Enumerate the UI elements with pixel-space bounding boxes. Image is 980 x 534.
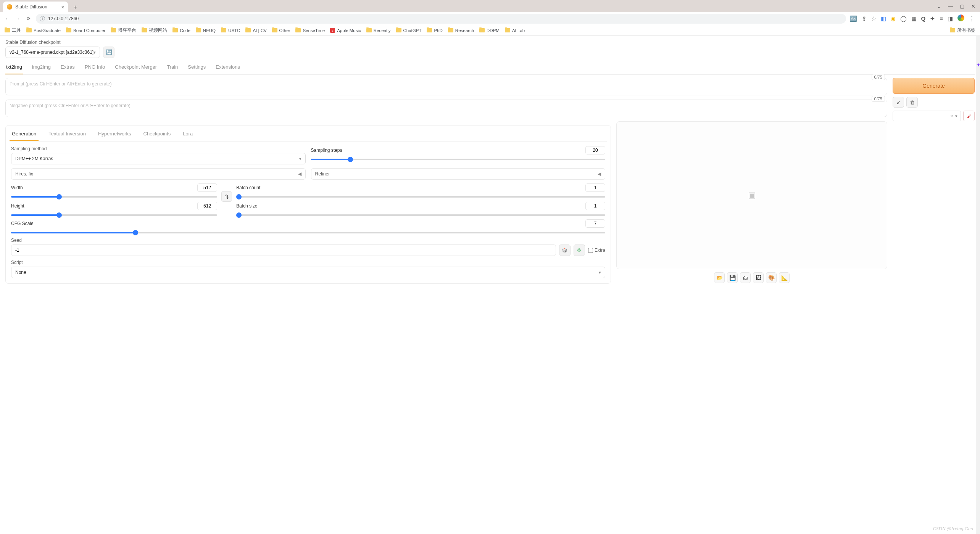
checkpoint-select[interactable]: v2-1_768-ema-pruned.ckpt [ad2a33c361] ▾ bbox=[5, 47, 100, 58]
sampling-steps-value[interactable] bbox=[585, 146, 605, 154]
reload-icon[interactable]: ⟳ bbox=[25, 16, 32, 21]
cfg-value[interactable] bbox=[585, 219, 605, 228]
extra-networks-icon[interactable]: ✦ bbox=[976, 62, 980, 68]
side-panel-icon[interactable]: ◨ bbox=[948, 15, 953, 22]
browser-tab[interactable]: Stable Diffusion × bbox=[3, 2, 68, 12]
share-icon[interactable]: ⇪ bbox=[862, 15, 867, 22]
subtab-hypernetworks[interactable]: Hypernetworks bbox=[96, 129, 134, 141]
subtab-generation[interactable]: Generation bbox=[10, 129, 39, 141]
prompt-input[interactable] bbox=[5, 78, 887, 95]
profile-icon[interactable] bbox=[957, 14, 964, 23]
extensions-icon[interactable]: ✦ bbox=[930, 15, 935, 22]
main-tab-txt2img[interactable]: txt2img bbox=[5, 62, 23, 74]
height-slider[interactable] bbox=[11, 214, 217, 216]
subtab-textual-inversion[interactable]: Textual Inversion bbox=[46, 129, 88, 141]
batch-size-value[interactable] bbox=[585, 202, 605, 210]
bookmark-item[interactable]: DDPM bbox=[479, 28, 500, 33]
generate-button[interactable]: Generate bbox=[893, 78, 975, 94]
zip-button[interactable]: 🗂 bbox=[740, 272, 751, 283]
bookmark-item[interactable]: NEUQ bbox=[196, 28, 216, 33]
ext3-icon[interactable]: ◯ bbox=[900, 15, 907, 22]
bookmark-item[interactable]: ♪Apple Music bbox=[330, 28, 361, 33]
send-to-inpaint-button[interactable]: 🎨 bbox=[766, 272, 777, 283]
main-tab-extras[interactable]: Extras bbox=[60, 62, 76, 74]
bookmark-item[interactable]: Code bbox=[172, 28, 190, 33]
close-window-icon[interactable]: ✕ bbox=[971, 3, 975, 9]
ext2-icon[interactable]: ◉ bbox=[891, 15, 896, 22]
seed-reuse-button[interactable]: ♻ bbox=[574, 244, 585, 256]
bookmark-item[interactable]: Other bbox=[272, 28, 290, 33]
close-icon[interactable]: × bbox=[61, 4, 64, 10]
swap-dimensions-button[interactable]: ⇅ bbox=[221, 191, 232, 202]
sampling-method-select[interactable]: DPM++ 2M Karras ▾ bbox=[11, 153, 306, 164]
batch-count-slider[interactable] bbox=[236, 196, 605, 198]
ext4-icon[interactable]: ▦ bbox=[911, 15, 917, 22]
subtab-checkpoints[interactable]: Checkpoints bbox=[141, 129, 173, 141]
ext5-icon[interactable]: Q bbox=[921, 15, 926, 22]
info-icon[interactable]: i bbox=[40, 16, 45, 21]
apply-style-button[interactable]: 🖌 bbox=[963, 111, 975, 121]
bookmark-item[interactable]: 博客平台 bbox=[111, 27, 136, 33]
folder-icon bbox=[26, 28, 32, 32]
clear-icon[interactable]: × bbox=[951, 114, 953, 118]
cfg-slider[interactable] bbox=[11, 232, 605, 233]
width-slider[interactable] bbox=[11, 196, 217, 198]
bookmark-item[interactable]: Recently bbox=[366, 28, 391, 33]
seed-random-button[interactable]: 🎲 bbox=[559, 244, 571, 256]
address-bar[interactable]: i 127.0.0.1:7860 bbox=[36, 14, 846, 24]
main-tab-png-info[interactable]: PNG Info bbox=[84, 62, 106, 74]
main-tab-train[interactable]: Train bbox=[166, 62, 179, 74]
seed-extra-checkbox[interactable]: Extra bbox=[588, 248, 605, 253]
main-tab-checkpoint-merger[interactable]: Checkpoint Merger bbox=[114, 62, 158, 74]
bookmark-item[interactable]: Research bbox=[448, 28, 474, 33]
maximize-icon[interactable]: ▢ bbox=[960, 3, 964, 9]
ext1-icon[interactable]: ◧ bbox=[881, 15, 886, 22]
main-tab-img2img[interactable]: img2img bbox=[31, 62, 52, 74]
height-value[interactable] bbox=[197, 202, 217, 210]
bookmark-item[interactable]: AI Lab bbox=[505, 28, 525, 33]
send-to-img2img-button[interactable]: 🖼 bbox=[753, 272, 764, 283]
seed-input[interactable] bbox=[11, 244, 556, 256]
bookmark-item[interactable]: PhD bbox=[427, 28, 442, 33]
kebab-icon[interactable]: ⋮ bbox=[969, 15, 975, 22]
folder-icon bbox=[272, 28, 277, 32]
hires-fix-accordion[interactable]: Hires. fix◀ bbox=[11, 168, 306, 180]
sampling-steps-slider[interactable] bbox=[311, 159, 606, 160]
all-bookmarks[interactable]: 所有书签 bbox=[950, 27, 975, 33]
open-folder-button[interactable]: 📂 bbox=[714, 272, 725, 283]
forward-icon[interactable]: → bbox=[15, 16, 21, 21]
negative-prompt-input[interactable] bbox=[5, 100, 887, 117]
send-to-extras-button[interactable]: 📐 bbox=[779, 272, 790, 283]
clear-prompt-button[interactable]: 🗑 bbox=[906, 97, 918, 108]
bookmark-item[interactable]: ChatGPT bbox=[396, 28, 422, 33]
save-button[interactable]: 💾 bbox=[727, 272, 738, 283]
script-select[interactable]: None ▾ bbox=[11, 267, 605, 278]
main-tab-settings[interactable]: Settings bbox=[187, 62, 206, 74]
star-icon[interactable]: ☆ bbox=[871, 15, 876, 22]
main-tab-extensions[interactable]: Extensions bbox=[215, 62, 241, 74]
bookmark-item[interactable]: 工具 bbox=[5, 27, 21, 33]
back-icon[interactable]: ← bbox=[4, 16, 11, 21]
minimize-icon[interactable]: — bbox=[948, 3, 953, 9]
bookmark-item[interactable]: USTC bbox=[221, 28, 240, 33]
output-toolbar: 📂 💾 🗂 🖼 🎨 📐 bbox=[616, 269, 887, 284]
batch-size-slider[interactable] bbox=[236, 214, 605, 216]
batch-count-value[interactable] bbox=[585, 183, 605, 192]
bookmark-item[interactable]: PostGraduate bbox=[26, 28, 61, 33]
bookmark-item[interactable]: SenseTime bbox=[295, 28, 325, 33]
generation-subtabs: GenerationTextual InversionHypernetworks… bbox=[10, 129, 607, 142]
bookmark-item[interactable]: AI | CV bbox=[245, 28, 266, 33]
interrogate-button[interactable]: ↙ bbox=[893, 97, 904, 108]
refiner-accordion[interactable]: Refiner◀ bbox=[311, 168, 606, 180]
styles-select[interactable]: × ▾ bbox=[893, 111, 961, 121]
bookmark-item[interactable]: Board Computer bbox=[66, 28, 105, 33]
tab-title: Stable Diffusion bbox=[15, 4, 47, 10]
translate-icon[interactable]: 🔤 bbox=[850, 15, 857, 22]
width-value[interactable] bbox=[197, 183, 217, 192]
refresh-checkpoint-button[interactable]: 🔄 bbox=[103, 47, 114, 58]
new-tab-button[interactable]: + bbox=[70, 2, 80, 12]
dropdown-icon[interactable]: ⌄ bbox=[937, 3, 941, 9]
bookmark-item[interactable]: 视频网站 bbox=[142, 27, 167, 33]
reading-list-icon[interactable]: ≡ bbox=[940, 15, 943, 22]
subtab-lora[interactable]: Lora bbox=[181, 129, 195, 141]
